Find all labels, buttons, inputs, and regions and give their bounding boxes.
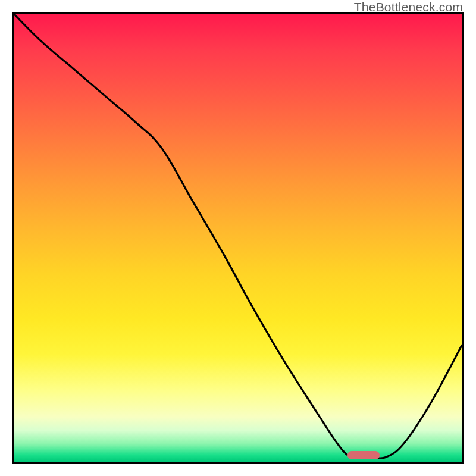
plot-area bbox=[12, 12, 464, 464]
curve-svg bbox=[14, 14, 462, 462]
chart-container: TheBottleneck.com bbox=[0, 0, 476, 476]
bottleneck-curve bbox=[14, 14, 462, 458]
optimal-marker bbox=[347, 451, 380, 459]
